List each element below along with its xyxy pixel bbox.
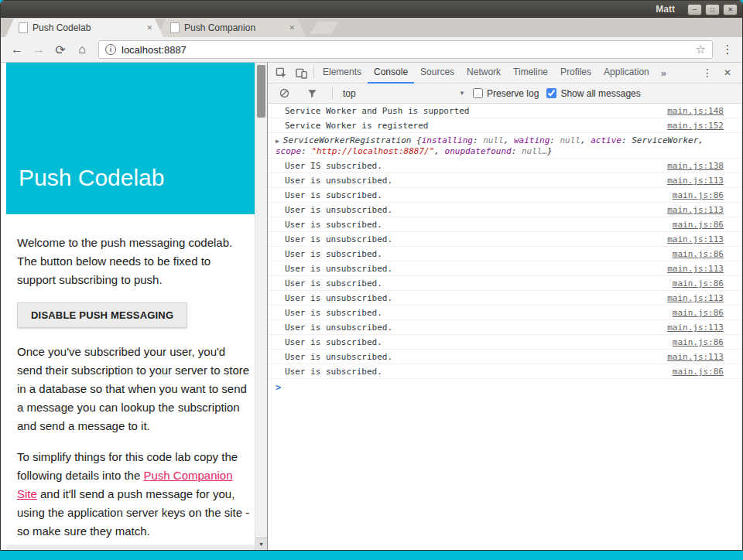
- console-source-link[interactable]: main.js:113: [667, 205, 724, 215]
- console-message: User is subscribed.main.js:86: [268, 335, 742, 350]
- console-source-link[interactable]: main.js:86: [673, 249, 724, 259]
- console-source-link[interactable]: main.js:113: [667, 293, 724, 303]
- console-message: User is subscribed.main.js:86: [268, 188, 742, 203]
- devtools-tab-timeline[interactable]: Timeline: [507, 63, 554, 84]
- console-source-link[interactable]: main.js:86: [673, 367, 724, 377]
- console-source-link[interactable]: main.js:86: [673, 337, 724, 347]
- home-icon[interactable]: ⌂: [72, 43, 92, 56]
- expand-object-triangle-icon[interactable]: ▶: [276, 138, 279, 145]
- console-message-text: User is subscribed.: [285, 278, 660, 289]
- tab-push-codelab[interactable]: Push Codelab ✕: [5, 19, 163, 37]
- page-info-icon[interactable]: i: [105, 44, 116, 55]
- object-property-value: null…: [522, 146, 547, 156]
- tab-favicon: [170, 22, 180, 33]
- object-property-value: null: [483, 135, 504, 145]
- maximize-button[interactable]: □: [705, 4, 720, 15]
- devtools-tab-profiles[interactable]: Profiles: [554, 63, 597, 84]
- devtools-tab-application[interactable]: Application: [597, 63, 656, 84]
- console-message-text: User IS subscribed.: [285, 161, 655, 171]
- filter-icon[interactable]: [302, 84, 322, 104]
- more-tabs-icon[interactable]: »: [656, 67, 672, 79]
- bookmark-star-icon[interactable]: ☆: [696, 43, 706, 56]
- console-message: User IS subscribed.main.js:138: [268, 159, 742, 173]
- browser-toolbar: ← → ⟳ ⌂ i localhost:8887 ☆ ⋮: [1, 37, 742, 63]
- devtools-menu-icon[interactable]: ⋮: [702, 67, 713, 79]
- console-source-link[interactable]: main.js:86: [673, 220, 724, 230]
- tab-close-icon[interactable]: ✕: [289, 24, 295, 32]
- preserve-log-toggle[interactable]: Preserve log: [473, 88, 539, 99]
- devtools-tab-sources[interactable]: Sources: [414, 63, 461, 84]
- console-message-text: User is subscribed.: [285, 190, 660, 200]
- toolbar-divider: [332, 87, 333, 100]
- devtools-close-icon[interactable]: ✕: [724, 67, 731, 78]
- console-source-link[interactable]: main.js:113: [667, 352, 724, 362]
- prompt-chevron-icon: >: [276, 382, 281, 393]
- console-message: User is unsubscribed.main.js:113: [268, 261, 742, 276]
- toolbar-divider: [313, 67, 314, 79]
- object-property-name: installing: [422, 135, 473, 145]
- back-icon[interactable]: ←: [7, 43, 27, 56]
- intro-paragraph: Welcome to the push messaging codelab. T…: [17, 234, 251, 289]
- companion-paragraph: To simplify things for this code lab cop…: [17, 448, 251, 541]
- object-property-name: active: [591, 135, 621, 145]
- forward-icon[interactable]: →: [29, 43, 49, 56]
- tab-label: Push Codelab: [33, 22, 140, 33]
- devtools-tab-network[interactable]: Network: [461, 63, 507, 84]
- console-source-link[interactable]: main.js:86: [673, 190, 724, 200]
- console-source-link[interactable]: main.js:113: [667, 176, 724, 186]
- browser-menu-icon[interactable]: ⋮: [719, 43, 736, 56]
- devtools-tab-console[interactable]: Console: [368, 63, 414, 84]
- console-source-link[interactable]: main.js:113: [667, 264, 724, 274]
- tab-close-icon[interactable]: ✕: [146, 24, 152, 32]
- console-message: Service Worker is registeredmain.js:152: [268, 118, 742, 133]
- companion-text-post: and it'll send a push message for you, u…: [17, 487, 249, 538]
- console-message-text: User is unsubscribed.: [285, 293, 655, 303]
- context-label: top: [343, 88, 356, 99]
- new-tab-button[interactable]: [310, 22, 338, 34]
- console-message: User is unsubscribed.main.js:113: [268, 173, 742, 188]
- clear-console-icon[interactable]: [274, 84, 294, 104]
- execution-context-selector[interactable]: top ▼: [343, 88, 465, 99]
- device-toolbar-icon[interactable]: [291, 63, 311, 83]
- console-message-text: User is subscribed.: [285, 337, 660, 347]
- object-property-name: scope: [276, 146, 301, 156]
- console-message-text: ▶ServiceWorkerRegistration {installing: …: [276, 135, 724, 156]
- console-source-link[interactable]: main.js:113: [667, 323, 724, 333]
- content-area: Push Codelab Welcome to the push messagi…: [1, 63, 742, 550]
- console-source-link[interactable]: main.js:86: [673, 278, 724, 289]
- close-window-button[interactable]: ✕: [723, 4, 738, 15]
- page-scrollbar[interactable]: ▼: [255, 63, 267, 550]
- devtools-tab-elements[interactable]: Elements: [317, 63, 368, 84]
- console-message-text: User is subscribed.: [285, 308, 660, 318]
- tab-push-companion[interactable]: Push Companion ✕: [157, 19, 306, 37]
- console-message-text: User is unsubscribed.: [285, 323, 655, 333]
- console-message: ▶ServiceWorkerRegistration {installing: …: [268, 133, 742, 159]
- console-message-text: User is unsubscribed.: [285, 205, 655, 215]
- console-source-link[interactable]: main.js:113: [667, 234, 724, 244]
- minimize-button[interactable]: ─: [687, 4, 702, 15]
- page-title: Push Codelab: [19, 165, 164, 191]
- scrollbar-thumb[interactable]: [257, 65, 265, 118]
- console-source-link[interactable]: main.js:148: [667, 106, 724, 116]
- console-source-link[interactable]: main.js:138: [667, 161, 724, 171]
- preserve-log-checkbox[interactable]: [473, 88, 483, 98]
- console-source-link[interactable]: main.js:152: [667, 121, 724, 131]
- console-message: User is unsubscribed.main.js:113: [268, 291, 742, 306]
- console-message: User is subscribed.main.js:86: [268, 217, 742, 232]
- console-message: User is unsubscribed.main.js:113: [268, 203, 742, 217]
- preserve-log-label: Preserve log: [487, 88, 539, 99]
- address-bar[interactable]: i localhost:8887 ☆: [98, 40, 713, 59]
- disable-push-messaging-button[interactable]: DISABLE PUSH MESSAGING: [17, 302, 187, 328]
- reload-icon[interactable]: ⟳: [50, 43, 70, 57]
- console-message-text: Service Worker is registered: [285, 121, 655, 131]
- page-content: Push Codelab Welcome to the push messagi…: [1, 63, 255, 550]
- console-prompt[interactable]: >: [268, 379, 742, 393]
- console-source-link[interactable]: main.js:86: [673, 308, 724, 318]
- console-message-text: User is unsubscribed.: [285, 352, 655, 362]
- show-all-messages-checkbox[interactable]: [546, 88, 556, 98]
- object-preview: ServiceWorkerRegistration {installing: n…: [276, 135, 704, 156]
- inspect-element-icon[interactable]: [271, 63, 291, 83]
- scrollbar-down-button[interactable]: ▼: [255, 538, 267, 550]
- show-all-messages-toggle[interactable]: Show all messages: [546, 88, 640, 99]
- console-toolbar: top ▼ Preserve log Show all messages: [268, 84, 742, 104]
